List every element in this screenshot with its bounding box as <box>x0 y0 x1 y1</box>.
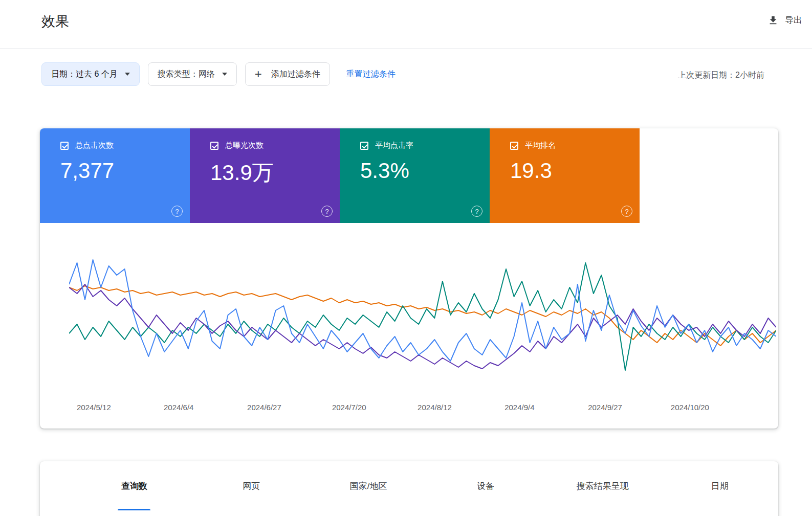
chevron-down-icon <box>125 73 130 76</box>
tab-dates[interactable]: 日期 <box>661 461 778 510</box>
filter-bar: 日期：过去 6 个月 搜索类型：网络 + 添加过滤条件 重置过滤条件 上次更新日… <box>0 49 812 86</box>
chart-series-clicks <box>69 260 776 361</box>
help-icon[interactable]: ? <box>471 206 482 217</box>
tab-search-appearance[interactable]: 搜索结果呈现 <box>544 461 661 510</box>
tab-label: 查询数 <box>121 480 147 492</box>
chart-series-ctr <box>69 263 776 370</box>
metric-label: 总点击次数 <box>75 141 114 150</box>
tab-countries[interactable]: 国家/地区 <box>310 461 427 510</box>
help-icon[interactable]: ? <box>171 206 183 217</box>
metric-label: 平均排名 <box>525 141 556 150</box>
x-axis-tick-label: 2024/8/12 <box>418 403 452 412</box>
date-filter-label: 日期：过去 6 个月 <box>51 69 118 80</box>
dimension-tabs: 查询数 网页 国家/地区 设备 搜索结果呈现 日期 <box>40 461 778 510</box>
checkbox-checked-icon[interactable] <box>210 142 218 150</box>
performance-line-chart[interactable] <box>69 241 776 395</box>
search-console-performance-page: 效果 导出 日期：过去 6 个月 搜索类型：网络 + 添加过滤条件 重置过滤条件… <box>0 0 812 516</box>
tab-pages[interactable]: 网页 <box>193 461 310 510</box>
metric-value: 19.3 <box>510 159 640 183</box>
export-button[interactable]: 导出 <box>767 14 802 26</box>
chart-series-impressions <box>69 284 776 369</box>
x-axis-tick-label: 2024/6/4 <box>164 403 193 412</box>
checkbox-checked-icon[interactable] <box>360 142 368 150</box>
search-type-filter-chip[interactable]: 搜索类型：网络 <box>148 62 237 86</box>
metric-card-clicks[interactable]: 总点击次数 7,377 ? <box>40 128 190 223</box>
chevron-down-icon <box>222 73 227 76</box>
tab-devices[interactable]: 设备 <box>427 461 544 510</box>
checkbox-checked-icon[interactable] <box>510 142 518 150</box>
x-axis-tick-label: 2024/9/27 <box>588 403 622 412</box>
x-axis-tick-label: 2024/6/27 <box>247 403 281 412</box>
chart-canvas[interactable] <box>69 241 776 395</box>
dimension-tabs-card: 查询数 网页 国家/地区 设备 搜索结果呈现 日期 <box>40 461 778 516</box>
tab-label: 网页 <box>243 480 260 492</box>
x-axis-tick-label: 2024/10/20 <box>671 403 709 412</box>
export-label: 导出 <box>785 14 802 26</box>
chart-x-axis: 2024/5/122024/6/42024/6/272024/7/202024/… <box>69 398 776 415</box>
metric-cards-row: 总点击次数 7,377 ? 总曝光次数 13.9万 ? 平均点击率 5.3% <box>40 128 640 223</box>
date-filter-chip[interactable]: 日期：过去 6 个月 <box>41 62 140 86</box>
add-filter-chip[interactable]: + 添加过滤条件 <box>245 62 330 86</box>
metric-label: 总曝光次数 <box>225 141 264 150</box>
tab-label: 国家/地区 <box>350 480 387 492</box>
x-axis-tick-label: 2024/7/20 <box>332 403 366 412</box>
reset-filters-link[interactable]: 重置过滤条件 <box>346 69 396 80</box>
add-filter-label: 添加过滤条件 <box>271 69 320 80</box>
checkbox-checked-icon[interactable] <box>60 142 69 150</box>
metric-value: 7,377 <box>60 159 190 183</box>
help-icon[interactable]: ? <box>621 206 632 217</box>
metric-label: 平均点击率 <box>375 141 413 150</box>
plus-icon: + <box>255 68 262 80</box>
metric-value: 13.9万 <box>210 159 340 187</box>
last-updated-text: 上次更新日期：2小时前 <box>678 70 764 81</box>
performance-panel: 总点击次数 7,377 ? 总曝光次数 13.9万 ? 平均点击率 5.3% <box>40 128 778 429</box>
metric-card-impressions[interactable]: 总曝光次数 13.9万 ? <box>190 128 340 223</box>
download-icon <box>767 15 779 26</box>
page-header: 效果 导出 <box>0 0 812 49</box>
metric-value: 5.3% <box>360 159 490 183</box>
search-type-label: 搜索类型：网络 <box>158 69 215 80</box>
metric-card-position[interactable]: 平均排名 19.3 ? <box>490 128 640 223</box>
x-axis-tick-label: 2024/9/4 <box>504 403 534 412</box>
page-title: 效果 <box>41 12 812 31</box>
tab-label: 搜索结果呈现 <box>577 480 629 492</box>
metric-card-ctr[interactable]: 平均点击率 5.3% ? <box>340 128 490 223</box>
tab-queries[interactable]: 查询数 <box>76 461 193 510</box>
tab-label: 日期 <box>711 480 729 492</box>
tab-label: 设备 <box>477 480 494 492</box>
help-icon[interactable]: ? <box>321 206 333 217</box>
x-axis-tick-label: 2024/5/12 <box>77 403 111 412</box>
